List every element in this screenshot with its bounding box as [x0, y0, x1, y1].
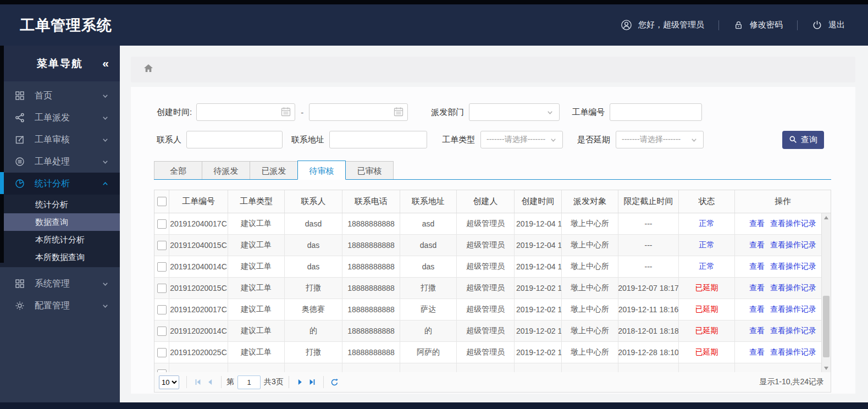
cell-order_no: 201912040014C	[169, 256, 228, 277]
record-count-info: 显示1-10,共24记录	[760, 377, 824, 387]
view-log-link[interactable]: 查看操作记录	[770, 219, 816, 229]
sidebar-subitem[interactable]: 本所数据查询	[0, 248, 120, 266]
view-link[interactable]: 查看	[749, 347, 765, 357]
row-checkbox[interactable]	[157, 262, 167, 272]
sidebar-item-label: 系统管理	[35, 278, 102, 290]
cell-phone: 18888888888	[342, 342, 400, 363]
view-link[interactable]: 查看	[749, 326, 765, 336]
first-page-button[interactable]	[192, 376, 204, 388]
view-link[interactable]: 查看	[749, 305, 765, 314]
select-all-checkbox[interactable]	[157, 197, 167, 206]
cell-deadline: ---	[618, 235, 679, 256]
tab-reviewed[interactable]: 已审核	[345, 161, 394, 179]
sidebar-item-system[interactable]: 系统管理	[0, 273, 120, 295]
order-no-input[interactable]	[610, 103, 702, 121]
search-button-label: 查询	[801, 135, 817, 145]
row-checkbox[interactable]	[157, 241, 167, 250]
sidebar-item-home[interactable]: 首页	[0, 85, 120, 107]
view-link[interactable]: 查看	[749, 219, 765, 229]
chevron-up-icon	[102, 180, 109, 187]
row-checkbox-cell	[154, 213, 169, 234]
lock-icon	[733, 20, 744, 30]
row-checkbox[interactable]	[157, 348, 167, 357]
sidebar-item-review[interactable]: 工单审核	[0, 129, 120, 151]
cell-order_type: 建议工单	[228, 235, 285, 256]
search-button[interactable]: 查询	[782, 131, 824, 149]
dispatch-dept-select[interactable]	[469, 103, 560, 121]
created-time-label: 创建时间:	[157, 107, 192, 118]
collapse-sidebar-icon[interactable]: «	[102, 57, 108, 70]
sidebar-subitem[interactable]: 本所统计分析	[0, 231, 120, 248]
navbar-divider	[718, 20, 719, 30]
user-greeting[interactable]: 您好，超级管理员	[621, 19, 704, 31]
next-page-button[interactable]	[294, 376, 306, 388]
cell-created_at: 2019-12-02 16	[515, 278, 562, 299]
cell-contact: 打撒	[285, 342, 342, 363]
tab-pending-review[interactable]: 待审核	[297, 161, 346, 180]
view-link[interactable]: 查看	[749, 262, 765, 272]
app-title: 工单管理系统	[20, 15, 112, 35]
cell-dispatch_target: 墩上中心所	[562, 213, 618, 234]
tab-pending-dispatch[interactable]: 待派发	[202, 161, 250, 179]
row-checkbox[interactable]	[157, 219, 167, 229]
tab-all[interactable]: 全部	[154, 161, 202, 179]
footer-strip	[0, 402, 868, 409]
column-header: 联系电话	[342, 190, 400, 213]
sidebar-item-config[interactable]: 配置管理	[0, 295, 120, 317]
view-log-link[interactable]: 查看操作记录	[770, 262, 816, 272]
change-password-button[interactable]: 修改密码	[733, 20, 783, 30]
cell-dispatch_target: 墩上中心所	[562, 256, 618, 277]
cell-contact: dasd	[285, 213, 342, 234]
sidebar-item-process[interactable]: 工单处理	[0, 151, 120, 173]
refresh-button[interactable]	[329, 376, 341, 388]
view-link[interactable]: 查看	[749, 240, 765, 250]
navbar-divider	[797, 20, 798, 30]
cell-deadline: 2019-12-28 18:10	[618, 342, 679, 363]
page-number-input[interactable]	[237, 375, 261, 389]
logout-button[interactable]: 退出	[812, 20, 845, 30]
cell-phone: 18888888888	[342, 213, 400, 234]
sidebar-subitem[interactable]: 数据查询	[0, 213, 120, 231]
home-icon[interactable]	[142, 63, 154, 77]
created-time-start-input[interactable]	[196, 103, 295, 121]
cell-status: 正常	[679, 235, 735, 256]
pager-divider	[289, 376, 289, 388]
cell-status: 已延期	[679, 320, 735, 341]
cell-actions: 查看查看操作记录	[735, 299, 831, 320]
grid-icon	[15, 91, 26, 101]
sidebar-header: 菜单导航 «	[0, 46, 120, 81]
cell-order_type: 建议工单	[228, 320, 285, 341]
view-link[interactable]: 查看	[749, 283, 765, 293]
table-scrollbar[interactable]	[821, 213, 831, 372]
created-time-end-input[interactable]	[309, 103, 408, 121]
delay-select[interactable]: -------请选择-------	[616, 131, 704, 148]
change-password-label: 修改密码	[750, 20, 783, 30]
scroll-down-arrow[interactable]	[822, 364, 831, 372]
scrollbar-thumb[interactable]	[823, 296, 830, 357]
cell-contact: 打撒	[285, 278, 342, 299]
view-log-link[interactable]: 查看操作记录	[770, 347, 816, 357]
address-input[interactable]	[329, 131, 427, 148]
cell-order_type: 建议工单	[228, 256, 285, 277]
grid-icon	[15, 279, 26, 289]
sidebar-subitem[interactable]: 统计分析	[0, 196, 120, 213]
order-type-select[interactable]: -------请选择-------	[480, 131, 563, 148]
view-log-link[interactable]: 查看操作记录	[770, 240, 816, 250]
last-page-button[interactable]	[306, 376, 318, 388]
sidebar-item-stats[interactable]: 统计分析	[0, 173, 120, 195]
page-size-select[interactable]: 10	[159, 375, 179, 389]
scroll-up-arrow[interactable]	[822, 213, 831, 222]
breadcrumb	[131, 57, 855, 82]
row-checkbox[interactable]	[157, 284, 167, 293]
row-checkbox[interactable]	[157, 327, 167, 336]
cell-deadline: ---	[618, 213, 679, 234]
cell-status: 已延期	[679, 278, 735, 299]
view-log-link[interactable]: 查看操作记录	[770, 326, 816, 336]
tab-dispatched[interactable]: 已派发	[250, 161, 298, 179]
prev-page-button[interactable]	[204, 376, 216, 388]
sidebar-item-dispatch[interactable]: 工单派发	[0, 107, 120, 129]
contact-input[interactable]	[186, 131, 283, 148]
view-log-link[interactable]: 查看操作记录	[770, 305, 816, 314]
row-checkbox[interactable]	[157, 305, 167, 314]
view-log-link[interactable]: 查看操作记录	[770, 283, 816, 293]
